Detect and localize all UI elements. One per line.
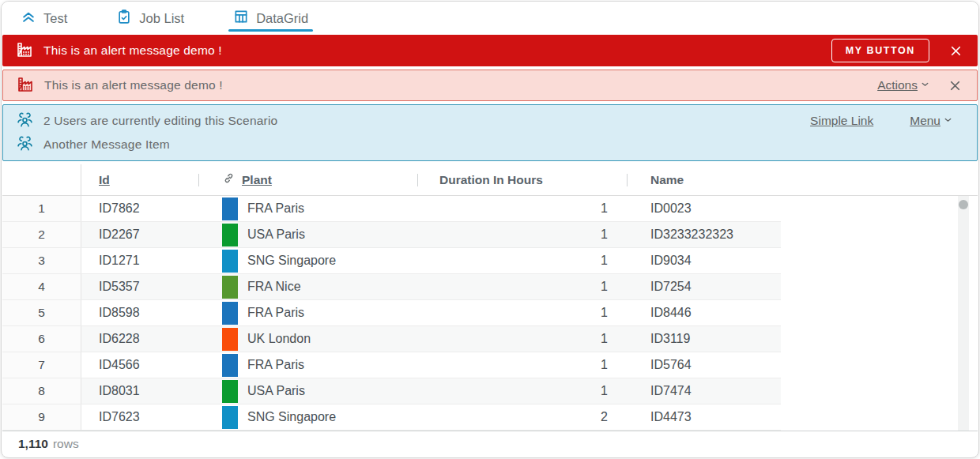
actions-dropdown-label: Actions	[877, 78, 918, 92]
name-cell[interactable]: ID3119	[627, 326, 781, 352]
clipboard-check-icon	[116, 9, 132, 28]
warning-alert-banner: This is an alert message demo ! Actions	[2, 70, 978, 101]
duration-cell[interactable]: 1	[417, 326, 627, 352]
table-row: 4 ID5357 FRA Nice 1 ID7254	[2, 274, 781, 300]
grid-body: 1 ID7862 FRA Paris 1 ID0023 2 ID2267 USA…	[2, 196, 978, 431]
row-index-cell[interactable]: 4	[2, 274, 81, 299]
table-row: 5 ID8598 FRA Paris 1 ID8446	[2, 300, 781, 326]
plant-cell[interactable]: USA Paris	[198, 222, 417, 247]
plant-color-swatch	[222, 250, 238, 273]
name-cell[interactable]: ID3233232323	[627, 222, 781, 247]
scrollbar-thumb[interactable]	[959, 200, 968, 209]
name-cell[interactable]: ID9034	[627, 248, 781, 273]
plant-label: FRA Paris	[247, 358, 304, 372]
column-separator	[627, 174, 628, 186]
column-header-id[interactable]: Id	[81, 173, 198, 187]
table-row: 7 ID4566 FRA Paris 1 ID5764	[2, 352, 781, 378]
plant-cell[interactable]: FRA Paris	[198, 300, 417, 325]
plant-color-swatch	[222, 380, 238, 403]
column-header-name-label: Name	[650, 173, 684, 186]
id-cell[interactable]: ID7862	[81, 196, 198, 221]
plant-cell[interactable]: FRA Paris	[198, 196, 417, 221]
row-index-cell[interactable]: 5	[2, 300, 81, 325]
plant-label: SNG Singapore	[247, 410, 336, 424]
tab-datagrid[interactable]: DataGrid	[230, 2, 311, 35]
name-cell[interactable]: ID8446	[627, 300, 781, 325]
menu-dropdown[interactable]: Menu	[910, 114, 953, 128]
id-cell[interactable]: ID1271	[81, 248, 198, 273]
simple-link[interactable]: Simple Link	[810, 114, 873, 128]
row-index-cell[interactable]: 8	[2, 378, 81, 404]
id-cell[interactable]: ID4566	[81, 352, 198, 378]
info-banner: 2 Users are currently editing this Scena…	[2, 104, 978, 161]
row-index-cell[interactable]: 1	[2, 196, 81, 221]
grid-footer: 1,110 rows	[2, 431, 978, 457]
my-button[interactable]: MY BUTTON	[831, 39, 929, 62]
plant-cell[interactable]: FRA Paris	[198, 352, 417, 378]
close-icon[interactable]	[947, 42, 965, 60]
duration-cell[interactable]: 1	[417, 352, 627, 378]
table-row: 3 ID1271 SNG Singapore 1 ID9034	[2, 248, 781, 274]
column-header-name[interactable]: Name	[627, 173, 781, 187]
column-header-id-label: Id	[99, 173, 110, 186]
plant-cell[interactable]: USA Paris	[198, 378, 417, 404]
row-number-column-header	[2, 164, 81, 195]
close-icon[interactable]	[946, 77, 964, 95]
plant-color-swatch	[222, 406, 238, 429]
duration-cell[interactable]: 2	[417, 404, 627, 430]
plant-label: FRA Paris	[247, 201, 304, 216]
plant-cell[interactable]: SNG Singapore	[198, 248, 417, 273]
users-icon	[16, 134, 34, 156]
row-index-cell[interactable]: 7	[2, 352, 81, 378]
table-row: 8 ID8031 USA Paris 1 ID7474	[2, 378, 781, 404]
plant-label: USA Paris	[247, 228, 305, 242]
plant-label: FRA Nice	[247, 280, 301, 294]
name-cell[interactable]: ID4473	[627, 404, 781, 430]
duration-cell[interactable]: 1	[417, 248, 627, 273]
row-index-cell[interactable]: 6	[2, 326, 81, 352]
actions-dropdown[interactable]: Actions	[877, 78, 930, 92]
table-row: 1 ID7862 FRA Paris 1 ID0023	[2, 196, 781, 222]
duration-cell[interactable]: 1	[417, 196, 627, 221]
data-grid: Id Plant Duration In Hours Name 1 ID7862…	[2, 164, 978, 457]
id-cell[interactable]: ID6228	[81, 326, 198, 352]
plant-cell[interactable]: FRA Nice	[198, 274, 417, 299]
duration-cell[interactable]: 1	[417, 378, 627, 404]
name-cell[interactable]: ID7474	[627, 378, 781, 404]
duration-cell[interactable]: 1	[417, 222, 627, 247]
row-index-cell[interactable]: 9	[2, 404, 81, 430]
link-icon	[222, 171, 236, 188]
id-cell[interactable]: ID8598	[81, 300, 198, 325]
plant-cell[interactable]: SNG Singapore	[198, 404, 417, 430]
vertical-scrollbar[interactable]	[958, 196, 969, 431]
name-cell[interactable]: ID0023	[627, 196, 781, 221]
row-index-cell[interactable]: 2	[2, 222, 81, 247]
plant-color-swatch	[222, 198, 238, 220]
plant-color-swatch	[222, 224, 238, 246]
plant-label: USA Paris	[247, 384, 305, 398]
table-row: 2 ID2267 USA Paris 1 ID3233232323	[2, 222, 781, 248]
row-index-cell[interactable]: 3	[2, 248, 81, 273]
tab-test[interactable]: Test	[17, 2, 70, 35]
duration-cell[interactable]: 1	[417, 274, 627, 299]
duration-cell[interactable]: 1	[417, 300, 627, 325]
id-cell[interactable]: ID2267	[81, 222, 198, 247]
table-row: 6 ID6228 UK London 1 ID3119	[2, 326, 781, 352]
id-cell[interactable]: ID7623	[81, 404, 198, 430]
plant-label: UK London	[247, 332, 311, 346]
tab-datagrid-label: DataGrid	[256, 11, 308, 26]
name-cell[interactable]: ID5764	[627, 352, 781, 378]
id-cell[interactable]: ID8031	[81, 378, 198, 404]
plant-label: SNG Singapore	[247, 254, 336, 268]
plant-cell[interactable]: UK London	[198, 326, 417, 352]
info-message-line: Another Message Item	[16, 133, 964, 156]
column-header-duration[interactable]: Duration In Hours	[417, 173, 627, 187]
id-cell[interactable]: ID5357	[81, 274, 198, 299]
column-header-plant[interactable]: Plant	[198, 171, 417, 188]
error-alert-banner: This is an alert message demo ! MY BUTTO…	[2, 35, 978, 66]
info-message: 2 Users are currently editing this Scena…	[43, 114, 277, 128]
name-cell[interactable]: ID7254	[627, 274, 781, 299]
tab-job-list[interactable]: Job List	[113, 2, 187, 35]
row-count: 1,110	[18, 437, 48, 451]
error-alert-message: This is an alert message demo !	[43, 43, 222, 58]
